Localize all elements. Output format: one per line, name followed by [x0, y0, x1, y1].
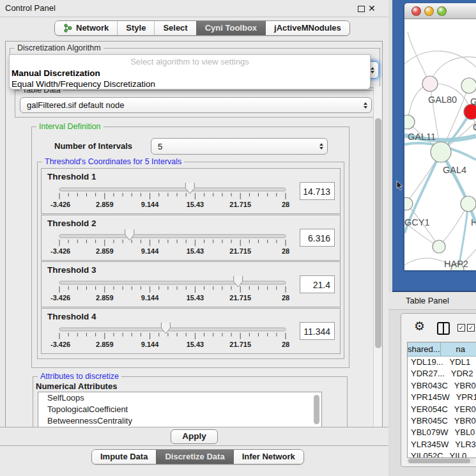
- network-node[interactable]: [431, 142, 451, 162]
- close-icon[interactable]: ✕: [368, 3, 376, 14]
- table-cell[interactable]: YPR1: [450, 392, 476, 403]
- threshold-label: Threshold 4: [47, 312, 96, 321]
- table-cell[interactable]: YBR0: [448, 415, 476, 427]
- network-node-label: C: [473, 122, 476, 132]
- table-cell[interactable]: YIL052C: [408, 450, 443, 458]
- attribute-item[interactable]: BetweennessCentrality: [38, 415, 321, 427]
- table-cell[interactable]: YBL0: [449, 427, 476, 438]
- table-cell[interactable]: YLR345W: [408, 439, 449, 450]
- table-row[interactable]: YBR043CYBR0: [408, 380, 476, 392]
- svg-text:9.144: 9.144: [141, 247, 159, 255]
- tab-discretize-data[interactable]: Discretize Data: [156, 450, 233, 464]
- network-node-label: GAL80: [428, 95, 457, 105]
- table-cell[interactable]: YER0: [448, 404, 476, 415]
- table-row[interactable]: YER054CYER0: [408, 404, 476, 415]
- threshold-slider[interactable]: -3.4262.8599.14415.4321.71528: [50, 276, 300, 304]
- table-cell[interactable]: YPR145W: [408, 392, 450, 403]
- apply-button[interactable]: Apply: [171, 429, 218, 444]
- threshold-value-input[interactable]: 21.4: [300, 275, 335, 293]
- tab-style[interactable]: Style: [117, 21, 154, 35]
- svg-text:-3.426: -3.426: [50, 294, 70, 302]
- slider-thumb[interactable]: [161, 323, 170, 334]
- mouse-cursor-icon: [396, 181, 404, 191]
- table-row[interactable]: YBR045CYBR0: [408, 415, 476, 427]
- tab-select[interactable]: Select: [154, 21, 196, 35]
- network-node-label: G: [470, 96, 476, 107]
- threshold-slider[interactable]: -3.4262.8599.14415.4321.71528: [50, 183, 300, 211]
- minimize-traffic-light[interactable]: [424, 6, 434, 16]
- svg-text:21.715: 21.715: [229, 201, 251, 208]
- tab-infer-network[interactable]: Infer Network: [233, 450, 303, 464]
- table-cell[interactable]: YBL079W: [408, 427, 449, 438]
- table-cell[interactable]: YDL19...: [408, 357, 443, 368]
- threshold-value-input[interactable]: 11.344: [300, 322, 335, 340]
- svg-text:2.859: 2.859: [96, 341, 114, 348]
- columns-icon[interactable]: [437, 322, 450, 335]
- gear-icon[interactable]: ⚙: [414, 319, 425, 333]
- table-cell[interactable]: YLR3: [449, 439, 476, 450]
- threshold-row: Threshold 1-3.4262.8599.14415.4321.71528…: [41, 168, 341, 214]
- slider-thumb[interactable]: [185, 183, 194, 194]
- column-header-name[interactable]: na: [441, 342, 476, 356]
- network-node[interactable]: [404, 197, 413, 210]
- attribute-item[interactable]: SelfLoops: [38, 392, 321, 404]
- tab-network[interactable]: Network: [55, 21, 117, 35]
- table-hscrollbar-thumb[interactable]: [408, 459, 470, 463]
- algorithm-option[interactable]: Equal Width/Frequency Discretization: [12, 79, 155, 89]
- network-canvas[interactable]: GAL80GCGAL11GAL4GCY1HHAP2: [404, 19, 476, 270]
- table-data-select[interactable]: galFiltered.sif default node: [20, 97, 372, 113]
- table-row[interactable]: YBL079WYBL0: [408, 427, 476, 438]
- table-cell[interactable]: YDL1: [443, 357, 476, 368]
- number-of-intervals-select[interactable]: 5: [151, 138, 328, 155]
- panel-scrollbar-thumb[interactable]: [375, 118, 381, 348]
- network-node[interactable]: [461, 78, 476, 93]
- table-row[interactable]: YPR145WYPR1: [408, 392, 476, 403]
- threshold-label: Threshold 2: [47, 219, 96, 228]
- slider-thumb[interactable]: [234, 276, 243, 287]
- table-cell[interactable]: YBR043C: [408, 380, 448, 392]
- tab-impute-data[interactable]: Impute Data: [92, 450, 156, 464]
- table-row[interactable]: YDL19...YDL1: [408, 357, 476, 368]
- table-panel-card: ⚙ ✓ ✓ shared... na YDL19...YDL1YDR27...Y…: [401, 313, 476, 467]
- attribute-item[interactable]: TopologicalCoefficient: [38, 404, 321, 415]
- close-traffic-light[interactable]: [411, 6, 421, 16]
- svg-text:2.859: 2.859: [96, 294, 114, 302]
- network-node[interactable]: [461, 196, 476, 211]
- network-edge: [408, 32, 430, 84]
- checkbox-icon[interactable]: ✓: [457, 324, 465, 332]
- network-node[interactable]: [433, 240, 445, 253]
- table-cell[interactable]: YDR2: [445, 368, 476, 380]
- table-cell[interactable]: YBR0: [448, 380, 476, 392]
- slider-thumb[interactable]: [125, 229, 134, 240]
- network-window: GAL80GCGAL11GAL4GCY1HHAP2: [404, 3, 476, 270]
- network-node[interactable]: [404, 115, 415, 129]
- threshold-value-input[interactable]: 6.316: [300, 229, 335, 247]
- float-window-icon[interactable]: [358, 6, 365, 12]
- tab-cyni-toolbox[interactable]: Cyni Toolbox: [196, 21, 265, 35]
- threshold-slider[interactable]: -3.4262.8599.14415.4321.71528: [50, 323, 300, 351]
- column-header-shared-name[interactable]: shared...: [408, 342, 441, 356]
- tab-jactivemnodules[interactable]: jActiveMNodules: [265, 21, 349, 35]
- table-cell[interactable]: YBR045C: [408, 415, 448, 427]
- table-row[interactable]: YLR345WYLR3: [408, 439, 476, 450]
- network-node[interactable]: [422, 76, 438, 91]
- table-row[interactable]: YIL052CYIL0: [408, 450, 476, 458]
- checkbox-icon[interactable]: ✓: [467, 324, 475, 332]
- svg-text:21.715: 21.715: [229, 247, 251, 255]
- threshold-label: Threshold 1: [47, 172, 96, 181]
- table-cell[interactable]: YIL0: [443, 450, 476, 458]
- attributes-list-scrollbar[interactable]: [314, 395, 319, 424]
- table-hscrollbar-track[interactable]: [407, 458, 475, 464]
- algorithm-option[interactable]: Manual Discretization: [12, 68, 100, 78]
- table-row[interactable]: YDR27...YDR2: [408, 368, 476, 380]
- svg-text:15.43: 15.43: [187, 201, 204, 208]
- svg-text:28: 28: [282, 247, 289, 255]
- algorithm-dropdown-popup: Select algorithm to view settings Manual…: [9, 54, 371, 89]
- threshold-value-input[interactable]: 14.713: [300, 182, 335, 200]
- zoom-traffic-light[interactable]: [437, 6, 447, 16]
- table-cell[interactable]: YER054C: [408, 404, 448, 415]
- threshold-slider[interactable]: -3.4262.8599.14415.4321.71528: [50, 229, 300, 257]
- table-cell[interactable]: YDR27...: [408, 368, 445, 380]
- table-panel-title: Table Panel: [406, 293, 449, 309]
- panel-scrollbar-track[interactable]: [373, 86, 383, 427]
